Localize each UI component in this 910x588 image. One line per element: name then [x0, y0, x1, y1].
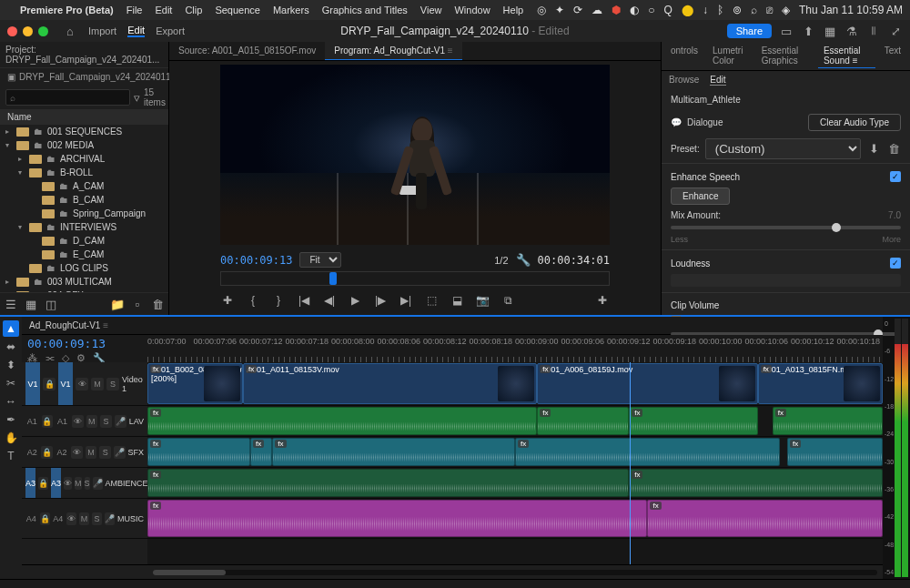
- wifi-icon[interactable]: ⊚: [733, 4, 742, 16]
- razor-tool[interactable]: ✂: [3, 375, 19, 391]
- audio-clip[interactable]: fx: [647, 500, 883, 537]
- menu-sequence[interactable]: Sequence: [215, 5, 260, 15]
- track-header-A2[interactable]: A2🔒A2👁MS🎤SFX: [22, 437, 147, 468]
- menu-edit[interactable]: Edit: [155, 5, 172, 15]
- timeline-playhead[interactable]: [630, 362, 631, 564]
- bin-item[interactable]: 🖿B_CAM: [0, 193, 168, 207]
- bin-item[interactable]: 🖿E_CAM: [0, 248, 168, 261]
- audio-clip[interactable]: fx: [787, 438, 883, 466]
- new-bin-icon[interactable]: 📁: [110, 297, 125, 311]
- timeline-timecode[interactable]: 00:00:09:13: [27, 337, 142, 350]
- menubar-clock[interactable]: Thu Jan 11 10:59 AM: [799, 4, 903, 16]
- source-monitor-tab[interactable]: Source: A001_A015_0815OF.mov: [169, 42, 325, 60]
- bin-item[interactable]: ▸🖿003 MULTICAM: [0, 275, 168, 289]
- bin-item[interactable]: 🖿A_CAM: [0, 179, 168, 193]
- app-name[interactable]: Premiere Pro (Beta): [20, 5, 114, 15]
- audio-clip[interactable]: fx: [773, 407, 883, 435]
- upload-icon[interactable]: ⬆: [801, 24, 815, 38]
- audio-clip[interactable]: fx: [147, 500, 647, 537]
- menu-graphics[interactable]: Graphics and Titles: [322, 5, 408, 15]
- lift-icon[interactable]: ⬚: [424, 293, 439, 308]
- enhance-button[interactable]: Enhance: [671, 188, 730, 205]
- track-header-V1[interactable]: V1🔒V1👁MSVideo 1: [22, 362, 147, 406]
- go-to-out-icon[interactable]: ▶|: [399, 293, 413, 308]
- menu-clip[interactable]: Clip: [185, 5, 202, 15]
- status-icon[interactable]: Q: [664, 4, 672, 16]
- audio-clip[interactable]: fx: [537, 407, 629, 435]
- workspace-export[interactable]: Export: [156, 25, 185, 36]
- pen-tool[interactable]: ✒: [3, 411, 19, 428]
- wrench-icon[interactable]: 🔧: [516, 253, 531, 268]
- list-view-icon[interactable]: ☰: [4, 297, 18, 311]
- minimize-window-button[interactable]: [23, 26, 33, 36]
- program-monitor-viewer[interactable]: [220, 65, 610, 245]
- status-icon[interactable]: ☁: [592, 4, 602, 16]
- menu-view[interactable]: View: [420, 5, 442, 15]
- status-icon[interactable]: ⬢: [612, 4, 621, 16]
- status-icon[interactable]: ○: [648, 4, 654, 16]
- subtab-edit[interactable]: Edit: [710, 75, 725, 86]
- project-bin-list[interactable]: ▸🖿001 SEQUENCES▾🖿002 MEDIA▸🖿ARCHIVAL▾🖿B-…: [0, 125, 168, 292]
- play-button[interactable]: ▶: [348, 293, 362, 308]
- go-to-in-icon[interactable]: |◀: [297, 293, 311, 308]
- home-icon[interactable]: ⌂: [63, 24, 77, 38]
- bin-item[interactable]: ▾🖿002 MEDIA: [0, 138, 168, 152]
- selection-tool[interactable]: ▲: [3, 320, 19, 337]
- workspace-edit[interactable]: Edit: [127, 25, 145, 37]
- track-lane-A4[interactable]: fxfx: [147, 499, 883, 539]
- status-icon[interactable]: ✦: [555, 4, 564, 16]
- hand-tool[interactable]: ✋: [3, 430, 19, 446]
- share-button[interactable]: Share: [727, 24, 772, 38]
- status-icon[interactable]: ⬤: [682, 4, 693, 16]
- video-clip[interactable]: fx A001_A006_08159J.mov: [537, 363, 757, 404]
- button-editor-icon[interactable]: ✚: [595, 293, 610, 308]
- new-item-icon[interactable]: ▫: [130, 297, 145, 311]
- filter-icon[interactable]: ▿: [134, 90, 140, 105]
- track-header-A4[interactable]: A4🔒A4👁MS🎤MUSIC: [22, 499, 147, 539]
- enhance-speech-toggle[interactable]: ✓: [890, 171, 901, 182]
- workspace-import[interactable]: Import: [88, 25, 116, 36]
- audio-clip[interactable]: fx: [629, 469, 883, 497]
- search-icon[interactable]: ⌕: [751, 4, 757, 16]
- enhance-speech-title[interactable]: Enhance Speech: [671, 172, 740, 182]
- video-clip[interactable]: fx B001_B002_0815CS.mov [200%]: [147, 363, 243, 404]
- step-back-icon[interactable]: ◀|: [322, 293, 337, 308]
- track-lane-A2[interactable]: fxfxfxfxfx: [147, 437, 883, 468]
- track-lane-A3[interactable]: fxfx: [147, 468, 883, 499]
- trash-icon[interactable]: 🗑: [150, 297, 165, 311]
- status-icon[interactable]: ◐: [630, 4, 639, 16]
- siri-icon[interactable]: ◈: [782, 4, 790, 16]
- track-lane-V1[interactable]: fx B001_B002_0815CS.mov [200%]fx A001_A0…: [147, 362, 883, 406]
- tab-essential-graphics[interactable]: Essential Graphics: [756, 44, 814, 68]
- export-frame-icon[interactable]: 📷: [475, 293, 490, 308]
- zoom-level-select[interactable]: Fit: [299, 252, 341, 268]
- track-lane-A1[interactable]: fxfxfxfx: [147, 406, 883, 437]
- program-timecode-in[interactable]: 00:00:09:13: [220, 254, 292, 267]
- track-select-tool[interactable]: ⬌: [3, 339, 19, 355]
- loudness-title[interactable]: Loudness: [671, 259, 710, 269]
- quick-export-icon[interactable]: ▭: [779, 24, 794, 38]
- program-playhead[interactable]: [329, 272, 337, 285]
- freeform-view-icon[interactable]: ◫: [44, 297, 58, 311]
- timeline-zoom-bar[interactable]: [153, 570, 877, 575]
- audio-clip[interactable]: fx: [515, 438, 780, 466]
- status-icon[interactable]: ↓: [703, 4, 708, 16]
- video-clip[interactable]: fx A001_A011_08153V.mov: [243, 363, 537, 404]
- audio-clip[interactable]: fx: [272, 438, 515, 466]
- bin-item[interactable]: ▸🖿001 SEQUENCES: [0, 125, 168, 138]
- sliders-icon[interactable]: ⫴: [866, 24, 881, 38]
- workspace-icon[interactable]: ▦: [823, 24, 837, 38]
- loudness-toggle[interactable]: ✓: [890, 258, 901, 269]
- timeline-ruler[interactable]: 0:00:07:0000:00:07:0600:00:07:1200:00:07…: [147, 335, 883, 362]
- track-content[interactable]: fx B001_B002_0815CS.mov [200%]fx A001_A0…: [147, 362, 883, 564]
- column-header-name[interactable]: Name: [0, 109, 168, 125]
- menu-file[interactable]: File: [126, 5, 143, 15]
- tab-effect-controls[interactable]: ontrols: [665, 44, 703, 68]
- audio-clip[interactable]: fx: [147, 407, 537, 435]
- extract-icon[interactable]: ⬓: [450, 293, 464, 308]
- track-header-A3[interactable]: A3🔒A3👁MS🎤AMBIENCE: [22, 468, 147, 499]
- bin-item[interactable]: ▾🖿INTERVIEWS: [0, 220, 168, 234]
- program-monitor-tab[interactable]: Program: Ad_RoughCut-V1 ≡: [325, 42, 461, 60]
- bin-item[interactable]: 🖿LOG CLIPS: [0, 261, 168, 275]
- mark-in-icon[interactable]: {: [246, 293, 260, 308]
